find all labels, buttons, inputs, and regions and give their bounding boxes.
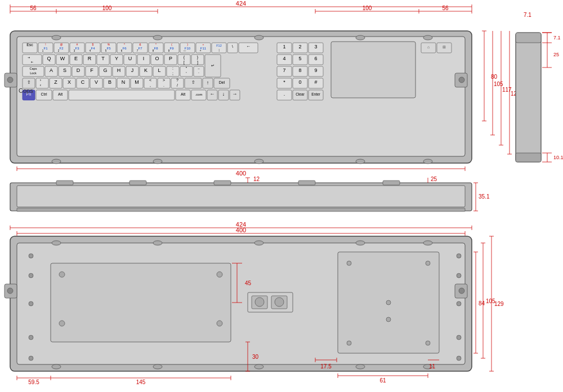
svg-point-296 xyxy=(59,272,65,277)
svg-text:Alt: Alt xyxy=(181,92,185,96)
svg-point-278 xyxy=(254,241,263,245)
svg-text:R: R xyxy=(88,56,92,61)
svg-point-11 xyxy=(423,159,432,164)
dim-25-side-label: 25 xyxy=(553,52,559,57)
svg-text:F2: F2 xyxy=(59,47,64,50)
svg-point-304 xyxy=(275,298,284,307)
svg-text:F: F xyxy=(90,67,93,73)
svg-point-299 xyxy=(217,321,222,326)
svg-text:1: 1 xyxy=(283,44,285,49)
svg-text:K: K xyxy=(144,67,148,73)
dim-145: 145 xyxy=(136,379,146,385)
svg-text:E: E xyxy=(74,56,78,61)
svg-text:H: H xyxy=(117,67,121,73)
dim-100-right: 100 xyxy=(363,5,372,11)
svg-text:P: P xyxy=(169,56,172,61)
svg-text:⊞: ⊞ xyxy=(443,45,446,49)
svg-text:↵: ↵ xyxy=(211,64,215,67)
svg-text:\: \ xyxy=(232,44,233,48)
svg-text:F12: F12 xyxy=(216,44,221,47)
svg-point-7 xyxy=(52,159,61,164)
svg-text:.: . xyxy=(163,83,164,87)
svg-rect-199 xyxy=(69,90,175,100)
svg-text:I: I xyxy=(143,56,145,61)
svg-point-316 xyxy=(457,356,461,361)
svg-text:,: , xyxy=(150,83,151,87)
svg-text:9: 9 xyxy=(314,67,317,73)
svg-rect-261 xyxy=(17,208,465,211)
svg-text:O: O xyxy=(155,56,159,61)
svg-text:|: | xyxy=(218,49,219,52)
svg-point-5 xyxy=(356,35,365,40)
svg-point-291 xyxy=(29,273,33,278)
svg-text:B: B xyxy=(108,79,111,85)
svg-point-282 xyxy=(153,364,162,369)
cops-label: Cops xyxy=(19,87,33,94)
dim-7-1-side: 7.1 xyxy=(553,35,561,40)
svg-text:↑: ↑ xyxy=(207,80,209,85)
svg-text:⇥: ⇥ xyxy=(28,56,30,59)
svg-text:*: * xyxy=(283,79,285,85)
dim-59-5: 59.5 xyxy=(28,379,39,385)
svg-text:F1: F1 xyxy=(43,47,48,50)
svg-rect-295 xyxy=(51,263,231,342)
svg-point-8 xyxy=(153,159,162,164)
svg-point-277 xyxy=(153,241,162,245)
svg-text:F5: F5 xyxy=(106,47,111,50)
svg-text:]: ] xyxy=(197,60,198,65)
svg-text:F3: F3 xyxy=(75,47,79,50)
svg-text:Z: Z xyxy=(54,79,57,85)
svg-rect-259 xyxy=(298,181,315,185)
svg-point-279 xyxy=(356,241,365,245)
svg-point-315 xyxy=(457,335,461,340)
svg-text:6: 6 xyxy=(314,56,317,61)
dim-11: 11 xyxy=(429,363,436,370)
svg-point-302 xyxy=(255,298,264,307)
svg-text:X: X xyxy=(68,79,71,85)
svg-text:+: + xyxy=(203,43,204,46)
svg-text:V: V xyxy=(95,79,98,85)
svg-point-284 xyxy=(356,364,365,369)
svg-rect-75 xyxy=(331,42,415,98)
svg-point-292 xyxy=(29,301,33,306)
dim-400-top: 400 xyxy=(236,170,246,177)
svg-text:/: / xyxy=(177,83,178,87)
svg-text:↓: ↓ xyxy=(222,91,225,97)
svg-text:Enter: Enter xyxy=(311,92,320,96)
dim-7-1: 7.1 xyxy=(524,12,531,18)
svg-text:>: > xyxy=(163,78,165,82)
diagram-container: Esc ! F1 1 @ F2 2 # F3 3 $ F4 4 % F5 5 ^… xyxy=(0,0,563,392)
svg-text:5: 5 xyxy=(298,56,301,61)
svg-text:Caps: Caps xyxy=(30,67,37,70)
svg-text:C: C xyxy=(81,79,85,85)
dim-45: 45 xyxy=(245,280,252,286)
dim-35-1: 35.1 xyxy=(479,193,490,200)
svg-text:.com: .com xyxy=(195,93,202,96)
svg-text:@: @ xyxy=(60,43,62,46)
svg-point-312 xyxy=(457,254,461,258)
svg-point-308 xyxy=(347,341,351,345)
svg-point-2 xyxy=(52,35,61,40)
svg-text:2: 2 xyxy=(298,44,301,49)
dim-400-bottom: 400 xyxy=(236,227,246,233)
svg-text:<: < xyxy=(149,78,151,82)
svg-text::: : xyxy=(172,66,173,70)
svg-text:A: A xyxy=(50,67,53,73)
svg-point-307 xyxy=(426,261,430,265)
svg-rect-257 xyxy=(129,181,146,185)
svg-text:G: G xyxy=(103,67,107,73)
dim-12: 12 xyxy=(253,176,260,182)
svg-text:Alt: Alt xyxy=(58,92,62,96)
svg-text:T: T xyxy=(101,56,105,61)
svg-text:F11: F11 xyxy=(200,47,207,50)
svg-point-13 xyxy=(7,77,13,83)
svg-text:~: ~ xyxy=(198,67,200,70)
svg-text:!: ! xyxy=(45,43,46,46)
dim-10-1-side: 10.1 xyxy=(553,155,563,160)
svg-text:': ' xyxy=(186,71,186,75)
svg-text:$: $ xyxy=(92,43,94,46)
svg-rect-244 xyxy=(516,153,541,162)
dim-56-right: 56 xyxy=(442,5,449,11)
svg-text:Del: Del xyxy=(219,80,225,84)
svg-text:N: N xyxy=(122,79,126,85)
